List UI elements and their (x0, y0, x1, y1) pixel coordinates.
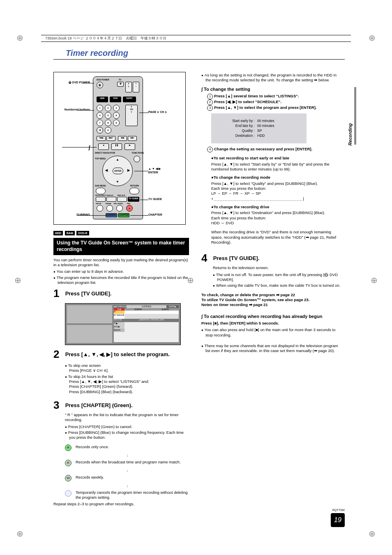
preview-box (67, 305, 112, 323)
crop-mark-icon: ⊕ (14, 275, 21, 285)
down-arrow-icon: ↓ (66, 468, 189, 473)
callout-stop: ∫ (56, 145, 90, 151)
stop-button: ■ (98, 143, 109, 150)
remote-internal-label: SETUP (96, 203, 101, 205)
bullet: The program name becomes the recorded ti… (53, 275, 189, 286)
step-3: 3 Press [CHAPTER] (Green). (53, 398, 189, 412)
callout-tvguide: TV GUIDE (148, 197, 183, 201)
erase-button (106, 205, 113, 212)
step-title: Press [▲, ▼, ◀, ▶] to select the program… (65, 351, 184, 358)
display-button (106, 197, 116, 202)
tvguide-button: TV GUIDE (128, 197, 139, 202)
return-button (129, 188, 139, 194)
remote-body: DVD POWER TV ⏻ ⏻ ∧∨ +− HDD DVD SD/PC 1 2… (93, 76, 143, 219)
pause-button: ❚❚ (111, 143, 122, 150)
media-badges: HDD RAM DVD-R (53, 230, 189, 235)
bullet: When using the cable TV box, make sure t… (213, 283, 341, 288)
page-number: 19 (331, 513, 345, 527)
settings-popup: Start early by :00 minutes End late by :… (211, 113, 307, 143)
drive-cycle: HDD ↔ DVD (211, 221, 341, 226)
change-steps: 1Press [▲] several times to select "LIST… (207, 94, 341, 111)
crop-mark-icon: ⊕ (16, 529, 23, 539)
num-4: 4 (97, 112, 103, 119)
power-button-icon: ⏻ (97, 82, 103, 88)
note-check: To check, change or delete the program ➡… (201, 292, 341, 297)
circled-1: 1 (207, 94, 213, 99)
freq-text: Records only once. (76, 444, 109, 449)
section-heading: Using the TV Guide On Screen™ system to … (53, 238, 189, 255)
num-5: 5 (105, 112, 111, 119)
left-arrow-icon: ◀ (105, 168, 108, 173)
recmode-button (116, 205, 123, 212)
step-title: Press [TV GUIDE]. (65, 290, 184, 297)
intro-bullets: You can enter up to 8 days in advance. T… (53, 269, 189, 285)
freq-text: Temporarily cancels the program timer re… (76, 490, 189, 500)
step-4-sub: Returns to the television screen. (213, 265, 341, 270)
ad-box (67, 325, 112, 343)
nav-dpad: ENTER ▲ ▼ ◀ ▶ (102, 156, 133, 186)
right-column: As long as the setting is not changed, t… (201, 72, 341, 355)
callout-numbered: Numbered buttons (56, 108, 90, 111)
progcheck-button (96, 197, 106, 202)
rec-button: ● (126, 205, 133, 212)
page-title: Timer recording (66, 48, 128, 58)
badge: DVD-R (76, 231, 89, 235)
remote-internal-label: TOP MENU (95, 157, 106, 160)
dubbing-button: DUBBING (106, 213, 117, 217)
subhead-cancel: To cancel recording when recording has a… (201, 313, 341, 319)
freq-cancel: Temporarily cancels the program timer re… (65, 490, 189, 500)
slow-fwd: ▶▶ (128, 136, 137, 141)
callout-enter: ▲ ▼ ◀ ▶ ENTER (148, 167, 183, 174)
mode-cycle-loop: ↑________________________________| (211, 196, 341, 201)
note-timer: Notes on timer recording ➡ page 21 (201, 302, 341, 307)
thumb-tab (354, 87, 356, 145)
bullet: Press [DUBBING] (Blue) to change recordi… (65, 430, 189, 440)
vol-button: +− (133, 82, 139, 92)
step-number: 1 (53, 287, 64, 301)
crop-mark-icon: ⊕ (369, 529, 376, 539)
step-4: 4 Press [TV GUIDE]. (201, 251, 341, 265)
bullet: There may be some channels that are not … (201, 343, 341, 354)
bullet: The unit is not off. To save power, turn… (213, 272, 341, 283)
num-8: 8 (105, 120, 111, 126)
circled-3: 3 (207, 105, 213, 111)
manual-page: ⊕ ⊕ ⊕ ⊕ ⊕ ⊕ ⊕ 7392en.book 19 ページ ２００４年４月… (0, 0, 392, 555)
minihead-change-mode: ●To change the recording mode (211, 175, 341, 180)
num-3: 3 (113, 105, 120, 111)
down-arrow-icon: ▼ (116, 180, 119, 184)
step-number: 2 (53, 348, 64, 362)
header-strip: 7392en.book 19 ページ ２００４年４月２７日 火曜日 午後５時３０… (41, 35, 351, 42)
ch-page-rocker: ∧CH∨ (125, 105, 138, 126)
change-details: ●To set recording to start early or end … (211, 156, 341, 245)
freq-icon: W (65, 475, 71, 481)
cancel-button: ✳ (97, 127, 103, 134)
crop-mark-icon: ⊕ (369, 33, 376, 43)
body-text: Press [▲, ▼] to select "Start early by" … (211, 162, 341, 172)
right-arrow-icon: ▶ (127, 168, 130, 173)
doc-code: RQT7392 (332, 509, 345, 511)
bullet: You can enter up to 8 days in advance. (53, 269, 189, 274)
callout-chapter: CHAPTER (148, 213, 183, 216)
body-text: Each time you press the button: (211, 186, 341, 191)
num-6: 6 (113, 112, 120, 119)
step-2-body: To skip one screenPress [PAGE ∨ CH ∧]. T… (65, 363, 189, 394)
remote-internal-label: SUB MENU (95, 184, 106, 187)
change-step-4: 4Change the setting as necessary and pre… (207, 147, 341, 152)
title-rule (53, 59, 345, 60)
callout-line (62, 147, 97, 147)
dvd-button: DVD (110, 97, 121, 102)
callout-line (134, 171, 148, 171)
sdpc-button: SD/PC (123, 97, 136, 102)
ch-button: ∧∨ (125, 82, 132, 92)
section-tab: Recording (348, 123, 353, 145)
step-title: Press [CHAPTER] (Green). (65, 402, 184, 409)
remote-internal-label: TV (119, 78, 121, 81)
step-1: 1 Press [TV GUIDE]. (53, 287, 189, 301)
remote-internal-label: DIRECT NAVIGATOR (95, 152, 115, 154)
remote-internal-label: TIME SLIP (117, 194, 125, 196)
mode-cycle: LP → EP → FR → XP → SP (211, 191, 341, 196)
freq-icon: R (65, 460, 71, 466)
crop-mark-icon: ⊕ (371, 275, 378, 285)
callout-line (140, 200, 148, 200)
ref-notes: To check, change or delete the program ➡… (201, 292, 341, 308)
